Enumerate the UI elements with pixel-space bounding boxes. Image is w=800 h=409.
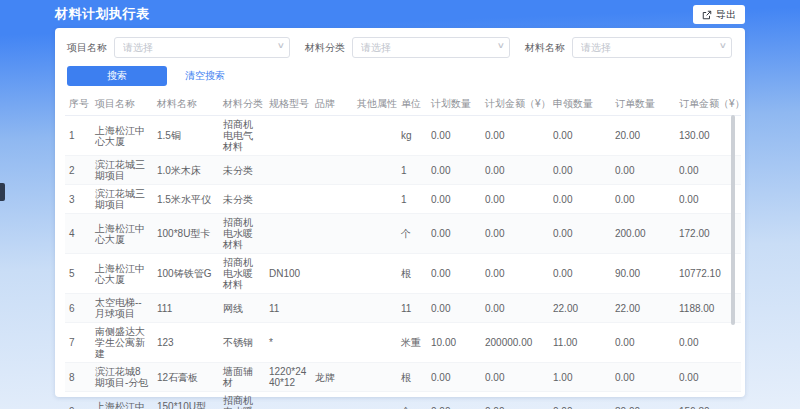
table-cell: 未分类 [219,185,265,214]
table-cell: 不锈钢 [219,323,265,363]
table-cell: 0.00 [549,156,611,185]
column-header: 材料分类 [219,93,265,116]
table-cell: 11.00 [549,323,611,363]
table-cell: 0.00 [611,185,675,214]
table-cell: 0.00 [427,392,481,409]
table-cell: 10.00 [427,323,481,363]
table-cell: 0.00 [427,254,481,294]
table-cell: 根 [397,254,427,294]
table-cell: 22.00 [549,294,611,323]
table-cell [265,185,311,214]
table-cell [353,185,397,214]
table-cell [311,254,353,294]
table-cell [353,156,397,185]
table-cell: 滨江花城三期项目 [91,185,153,214]
table-cell: 0.00 [481,214,549,254]
table-cell: 墙面辅材 [219,363,265,392]
table-cell: 0.00 [611,156,675,185]
table-cell [311,294,353,323]
clear-search-button[interactable]: 清空搜索 [185,69,225,83]
table-cell: 0.00 [611,323,675,363]
table-cell: 0.00 [481,254,549,294]
table-cell [353,254,397,294]
table-cell: 111 [153,294,219,323]
app-background: 材料计划执行表 导出 项目名称 ∨ 材料分类 [0,0,800,409]
table-cell [311,323,353,363]
table-row[interactable]: 2滨江花城三期项目1.0米木床未分类10.000.000.000.000.00 [65,156,741,185]
table-cell [311,116,353,156]
export-icon [702,10,712,20]
search-button[interactable]: 搜索 [67,66,167,86]
table-cell: 0.00 [481,294,549,323]
table-body: 1上海松江中心大厦1.5铜招商机电电气材料kg0.000.000.0020.00… [65,116,741,409]
table-cell: * [265,323,311,363]
table-cell: 0.00 [427,185,481,214]
filter-bar: 项目名称 ∨ 材料分类 ∨ 材料名称 ∨ [55,28,745,58]
column-header: 计划数量 [427,93,481,116]
table-cell: 滨江花城8期项目-分包 [91,363,153,392]
table-row[interactable]: 1上海松江中心大厦1.5铜招商机电电气材料kg0.000.000.0020.00… [65,116,741,156]
page-title: 材料计划执行表 [55,5,150,23]
table-cell: 网线 [219,294,265,323]
table-cell: 0.00 [427,156,481,185]
table-cell: 1.5米水平仪 [153,185,219,214]
table-cell: 123 [153,323,219,363]
project-name-select[interactable] [114,37,290,58]
table-cell: 上海松江中心大厦 [91,214,153,254]
table-cell: 南侧盛达大学生公寓新建 [91,323,153,363]
table-row[interactable]: 9上海松江中心大厦150*10U型卡招商机电水暖材料个0.000.000.008… [65,392,741,409]
table-cell [265,116,311,156]
vertical-scrollbar[interactable] [731,115,735,325]
material-name-select[interactable] [572,37,732,58]
table-cell: 2 [65,156,91,185]
column-header: 计划金额（¥） [481,93,549,116]
column-header: 品牌 [311,93,353,116]
table-cell: 3 [65,185,91,214]
table-cell: 5 [65,254,91,294]
table-row[interactable]: 6太空电梯--月球项目111网线11110.000.0022.0022.0011… [65,294,741,323]
column-header: 序号 [65,93,91,116]
table-cell: 100铸铁管G [153,254,219,294]
data-table-container: 序号项目名称材料名称材料分类规格型号品牌其他属性单位计划数量计划金额（¥）申领数… [65,93,735,409]
table-cell: 0.00 [427,363,481,392]
top-header-bar: 材料计划执行表 导出 [0,0,800,28]
table-row[interactable]: 8滨江花城8期项目-分包12石膏板墙面辅材1220*2440*12龙牌根0.00… [65,363,741,392]
table-cell: 8 [65,363,91,392]
table-cell: 0.00 [549,214,611,254]
filter-material-category: 材料分类 ∨ [305,37,510,58]
table-cell [311,214,353,254]
material-category-label: 材料分类 [305,41,345,55]
table-cell: 0.00 [427,116,481,156]
table-cell [353,214,397,254]
material-plan-table: 序号项目名称材料名称材料分类规格型号品牌其他属性单位计划数量计划金额（¥）申领数… [65,93,741,409]
main-panel: 项目名称 ∨ 材料分类 ∨ 材料名称 ∨ [55,28,745,397]
table-row[interactable]: 4上海松江中心大厦100*8U型卡招商机电水暖材料个0.000.000.0020… [65,214,741,254]
table-cell [265,392,311,409]
table-cell: 0.00 [481,392,549,409]
filter-actions: 搜索 清空搜索 [55,58,745,86]
column-header: 材料名称 [153,93,219,116]
table-cell: 9 [65,392,91,409]
table-row[interactable]: 3滨江花城三期项目1.5米水平仪未分类10.000.000.000.000.00 [65,185,741,214]
sidebar-collapse-handle[interactable] [0,183,5,201]
table-cell: 11 [265,294,311,323]
material-name-label: 材料名称 [525,41,565,55]
table-cell: 80.00 [611,392,675,409]
table-cell: 0.00 [549,185,611,214]
export-button-label: 导出 [716,8,736,22]
table-cell: 0.00 [481,156,549,185]
table-cell: 12石膏板 [153,363,219,392]
table-cell: 1.5铜 [153,116,219,156]
table-cell: 11 [397,294,427,323]
table-cell: 22.00 [611,294,675,323]
table-cell: 0.00 [481,363,549,392]
material-category-select[interactable] [352,37,510,58]
export-button[interactable]: 导出 [693,5,745,24]
table-cell: 个 [397,214,427,254]
table-cell: 根 [397,363,427,392]
column-header: 规格型号 [265,93,311,116]
table-row[interactable]: 7南侧盛达大学生公寓新建123不锈钢*米重10.00200000.0011.00… [65,323,741,363]
table-cell: 龙牌 [311,363,353,392]
table-row[interactable]: 5上海松江中心大厦100铸铁管G招商机电水暖材料DN100根0.000.000.… [65,254,741,294]
table-cell: 上海松江中心大厦 [91,116,153,156]
